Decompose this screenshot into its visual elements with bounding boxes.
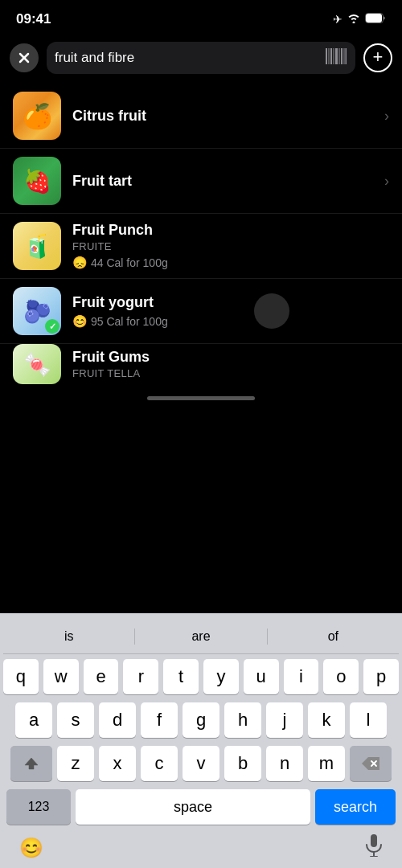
key-u[interactable]: u xyxy=(244,659,279,694)
barcode-icon[interactable] xyxy=(325,47,347,69)
result-info-citrus-fruit: Citrus fruit xyxy=(72,108,373,125)
key-q[interactable]: q xyxy=(3,659,39,694)
microphone-icon[interactable] xyxy=(365,834,383,862)
result-thumb-citrus-fruit xyxy=(13,92,61,140)
result-thumb-fruit-yogurt xyxy=(13,287,61,335)
svg-rect-1 xyxy=(366,14,382,23)
svg-rect-11 xyxy=(344,48,345,64)
result-name-fruit-tart: Fruit tart xyxy=(72,173,373,190)
svg-rect-4 xyxy=(326,48,327,64)
search-bar: fruit and fibre xyxy=(0,35,402,80)
key-c[interactable]: c xyxy=(141,746,178,781)
key-a[interactable]: a xyxy=(15,702,52,738)
key-l[interactable]: l xyxy=(350,702,387,738)
result-name-citrus-fruit: Citrus fruit xyxy=(72,108,373,125)
keyboard-row-3: z x c v b n m xyxy=(3,746,399,781)
svg-rect-10 xyxy=(341,48,343,64)
status-icons: ✈ xyxy=(333,13,386,26)
keyboard-accessory-row: 😊 xyxy=(3,829,399,868)
key-p[interactable]: p xyxy=(363,659,399,694)
svg-rect-5 xyxy=(329,48,330,64)
add-food-button[interactable] xyxy=(363,43,392,72)
result-brand-fruit-gums: FRUIT TELLA xyxy=(72,367,389,379)
shift-key[interactable] xyxy=(10,746,52,781)
result-name-fruit-gums: Fruit Gums xyxy=(72,349,389,366)
search-key[interactable]: search xyxy=(315,789,396,825)
key-d[interactable]: d xyxy=(99,702,136,738)
status-time: 09:41 xyxy=(16,11,51,27)
key-i[interactable]: i xyxy=(284,659,319,694)
home-bar xyxy=(147,396,255,400)
svg-rect-7 xyxy=(334,48,334,64)
airplane-icon: ✈ xyxy=(333,13,343,26)
chevron-icon-citrus-fruit: › xyxy=(384,108,389,125)
predictive-bar: is are of xyxy=(3,620,399,654)
search-input-wrapper: fruit and fibre xyxy=(47,42,355,74)
key-r[interactable]: r xyxy=(123,659,158,694)
key-z[interactable]: z xyxy=(57,746,94,781)
result-info-fruit-tart: Fruit tart xyxy=(72,173,373,190)
search-input[interactable]: fruit and fibre xyxy=(55,50,318,66)
emoji-icon[interactable]: 😊 xyxy=(19,837,43,859)
result-info-fruit-gums: Fruit Gums FRUIT TELLA xyxy=(72,349,389,379)
svg-rect-15 xyxy=(371,834,377,847)
key-m[interactable]: m xyxy=(308,746,345,781)
status-bar: 09:41 ✈ xyxy=(0,0,402,35)
result-info-fruit-punch: Fruit Punch FRUITE 😞 44 Cal for 100g xyxy=(72,222,389,270)
cal-emoji-fruit-punch: 😞 xyxy=(72,256,88,270)
predictive-word-of[interactable]: of xyxy=(268,626,399,647)
key-e[interactable]: e xyxy=(84,659,119,694)
result-info-fruit-yogurt: Fruit yogurt 😊 95 Cal for 100g xyxy=(72,294,389,329)
result-thumb-fruit-tart xyxy=(13,157,61,205)
svg-rect-12 xyxy=(346,48,347,64)
result-thumb-fruit-gums xyxy=(13,344,61,384)
result-item-fruit-yogurt[interactable]: Fruit yogurt 😊 95 Cal for 100g xyxy=(0,279,402,344)
key-y[interactable]: y xyxy=(203,659,239,694)
result-cal-fruit-punch: 😞 44 Cal for 100g xyxy=(72,256,389,270)
results-list: Citrus fruit › Fruit tart › Fruit Punch … xyxy=(0,84,402,384)
result-item-fruit-punch[interactable]: Fruit Punch FRUITE 😞 44 Cal for 100g xyxy=(0,214,402,279)
key-b[interactable]: b xyxy=(224,746,261,781)
key-f[interactable]: f xyxy=(141,702,178,738)
result-item-citrus-fruit[interactable]: Citrus fruit › xyxy=(0,84,402,149)
chevron-icon-fruit-tart: › xyxy=(384,173,389,190)
delete-key[interactable] xyxy=(350,746,392,781)
svg-rect-9 xyxy=(339,48,340,64)
wifi-icon xyxy=(347,13,360,26)
key-t[interactable]: t xyxy=(163,659,199,694)
result-brand-fruit-punch: FRUITE xyxy=(72,240,389,252)
result-thumb-fruit-punch xyxy=(13,222,61,270)
keyboard: is are of q w e r t y u i o p a s d f g … xyxy=(0,613,402,868)
keyboard-row-1: q w e r t y u i o p xyxy=(3,659,399,694)
cal-text-fruit-punch: 44 Cal for 100g xyxy=(91,256,168,269)
svg-rect-8 xyxy=(335,48,338,64)
key-s[interactable]: s xyxy=(57,702,94,738)
home-indicator xyxy=(0,384,402,411)
result-item-fruit-gums[interactable]: Fruit Gums FRUIT TELLA xyxy=(0,344,402,384)
key-v[interactable]: v xyxy=(183,746,219,781)
key-o[interactable]: o xyxy=(323,659,359,694)
result-cal-fruit-yogurt: 😊 95 Cal for 100g xyxy=(72,314,389,329)
key-w[interactable]: w xyxy=(43,659,79,694)
numbers-key[interactable]: 123 xyxy=(6,789,71,825)
space-key[interactable]: space xyxy=(76,789,310,825)
check-badge-fruit-yogurt xyxy=(45,319,59,334)
key-h[interactable]: h xyxy=(224,702,261,738)
svg-rect-6 xyxy=(330,48,332,64)
result-name-fruit-yogurt: Fruit yogurt xyxy=(72,294,389,311)
battery-icon xyxy=(365,13,386,26)
cal-text-fruit-yogurt: 95 Cal for 100g xyxy=(91,315,168,328)
keyboard-bottom-row: 123 space search xyxy=(3,789,399,825)
key-g[interactable]: g xyxy=(183,702,219,738)
cal-emoji-fruit-yogurt: 😊 xyxy=(72,314,88,329)
predictive-word-are[interactable]: are xyxy=(135,626,266,647)
keyboard-row-2: a s d f g h j k l xyxy=(3,702,399,738)
result-item-fruit-tart[interactable]: Fruit tart › xyxy=(0,149,402,214)
key-x[interactable]: x xyxy=(99,746,136,781)
key-k[interactable]: k xyxy=(308,702,345,738)
key-n[interactable]: n xyxy=(266,746,303,781)
result-name-fruit-punch: Fruit Punch xyxy=(72,222,389,239)
predictive-word-is[interactable]: is xyxy=(3,626,134,647)
key-j[interactable]: j xyxy=(266,702,303,738)
close-button[interactable] xyxy=(10,43,39,72)
